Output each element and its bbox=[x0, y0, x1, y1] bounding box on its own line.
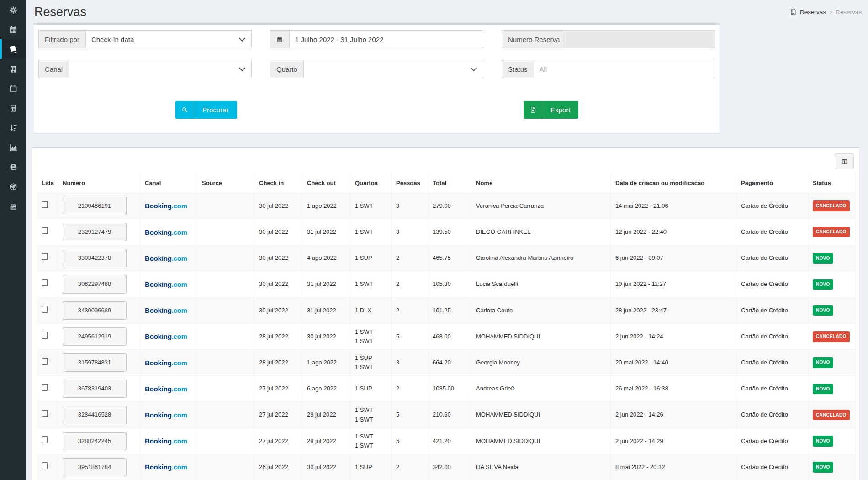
cell-total: 279.00 bbox=[428, 193, 471, 219]
table-row: 2100466191 Booking.com 30 jul 2022 1 ago… bbox=[37, 193, 856, 219]
status-input[interactable] bbox=[534, 60, 715, 78]
sidebar-item-reports[interactable] bbox=[0, 137, 26, 157]
cell-total: 105.30 bbox=[428, 271, 471, 297]
reservation-number-button[interactable]: 3951861784 bbox=[63, 458, 127, 476]
reservation-number-button[interactable]: 3303422378 bbox=[63, 249, 127, 267]
col-lida: Lida bbox=[37, 173, 58, 193]
filtrado-por-select[interactable]: Check-In data bbox=[86, 31, 251, 48]
quarto-select[interactable] bbox=[304, 60, 483, 78]
reservation-number-button[interactable]: 2495612919 bbox=[63, 327, 127, 346]
row-checkbox[interactable] bbox=[42, 306, 48, 313]
cell-source bbox=[197, 402, 254, 428]
content-header: Reservas Reservas > Reservas bbox=[26, 0, 868, 23]
cell-check-out: 31 jul 2022 bbox=[302, 219, 350, 245]
status-badge: NOVO bbox=[813, 436, 833, 447]
row-checkbox[interactable] bbox=[42, 462, 48, 469]
cell-check-in: 30 jul 2022 bbox=[254, 219, 302, 245]
row-checkbox[interactable] bbox=[42, 332, 48, 339]
svg-text:You: You bbox=[11, 202, 16, 206]
sidebar-item-calculator[interactable] bbox=[0, 98, 26, 118]
cell-total: 342.00 bbox=[428, 454, 471, 480]
cell-total: 664.20 bbox=[428, 349, 471, 375]
col-nome: Nome bbox=[471, 173, 611, 193]
cell-pagamento: Cartão de Crédito bbox=[736, 193, 808, 219]
status-badge: CANCELADO bbox=[813, 200, 850, 211]
reservations-table: Lida Numero Canal Source Check in Check … bbox=[37, 173, 856, 480]
cell-data-criacao: 8 mai 2022 - 20:12 bbox=[611, 454, 736, 480]
table-row: 3284416528 Booking.com 27 jul 2022 28 ju… bbox=[37, 402, 856, 428]
cell-quartos: 1 SWT1 SWT bbox=[350, 402, 392, 428]
reservation-number-button[interactable]: 3288242245 bbox=[63, 432, 127, 450]
row-checkbox[interactable] bbox=[42, 279, 48, 286]
sidebar-item-settings[interactable] bbox=[0, 0, 26, 20]
sidebar: You Tube bbox=[0, 0, 26, 480]
cell-check-out: 31 jul 2022 bbox=[302, 271, 350, 297]
reservation-number-button[interactable]: 2100466191 bbox=[63, 197, 127, 215]
cell-nome: Andreas Grieß bbox=[471, 376, 611, 402]
row-checkbox[interactable] bbox=[42, 410, 48, 417]
table-toolbar bbox=[37, 153, 854, 173]
cell-check-in: 28 jul 2022 bbox=[254, 349, 302, 375]
edge-icon bbox=[9, 163, 18, 172]
reservation-number-button[interactable]: 3062297468 bbox=[63, 275, 127, 293]
cell-check-out: 1 ago 2022 bbox=[302, 349, 350, 375]
numero-reserva-input[interactable] bbox=[566, 31, 715, 48]
col-check-out: Check out bbox=[302, 173, 350, 193]
booking-logo: Booking.com bbox=[145, 202, 187, 210]
booking-logo: Booking.com bbox=[145, 385, 187, 393]
date-range-input[interactable] bbox=[290, 31, 483, 48]
search-button[interactable]: Procurar bbox=[175, 101, 237, 119]
row-checkbox[interactable] bbox=[42, 436, 48, 443]
breadcrumb-root[interactable]: Reservas bbox=[800, 9, 826, 16]
sidebar-item-calendar-alt[interactable] bbox=[0, 79, 26, 98]
booking-logo: Booking.com bbox=[145, 254, 187, 262]
reservation-number-button[interactable]: 3430096689 bbox=[63, 301, 127, 320]
reservation-number-button[interactable]: 3678319403 bbox=[63, 380, 127, 398]
row-checkbox[interactable] bbox=[42, 253, 48, 260]
cell-source bbox=[197, 271, 254, 297]
status-badge: NOVO bbox=[813, 279, 833, 290]
cell-check-in: 30 jul 2022 bbox=[254, 297, 302, 323]
search-icon bbox=[175, 101, 194, 119]
col-numero: Numero bbox=[58, 173, 140, 193]
cell-pagamento: Cartão de Crédito bbox=[736, 402, 808, 428]
reservation-number-button[interactable]: 2329127479 bbox=[63, 223, 127, 241]
numero-reserva-label: Numero Reserva bbox=[502, 30, 566, 48]
sidebar-item-reservations[interactable] bbox=[0, 39, 26, 59]
sidebar-item-hotel[interactable] bbox=[0, 59, 26, 79]
row-checkbox[interactable] bbox=[42, 358, 48, 365]
calculator-icon bbox=[9, 104, 18, 113]
reservation-number-button[interactable]: 3159784831 bbox=[63, 353, 127, 372]
table-row: 3430096689 Booking.com 30 jul 2022 31 ju… bbox=[37, 297, 856, 323]
cell-data-criacao: 2 jun 2022 - 14:29 bbox=[611, 428, 736, 454]
row-checkbox[interactable] bbox=[42, 227, 48, 234]
row-checkbox[interactable] bbox=[42, 384, 48, 391]
cell-nome: Carolina Alexandra Martins Azinheiro bbox=[471, 245, 611, 271]
col-total: Total bbox=[428, 173, 471, 193]
reservation-number-button[interactable]: 3284416528 bbox=[63, 406, 127, 424]
cell-check-out: 1 ago 2022 bbox=[302, 193, 350, 219]
sidebar-item-youtube[interactable]: You Tube bbox=[0, 196, 26, 216]
table-header-row: Lida Numero Canal Source Check in Check … bbox=[37, 173, 856, 193]
toggle-columns-button[interactable] bbox=[835, 153, 854, 169]
cell-data-criacao: 10 jun 2022 - 11:27 bbox=[611, 271, 736, 297]
cell-quartos: 1 SWT1 SWT bbox=[350, 428, 392, 454]
cell-pagamento: Cartão de Crédito bbox=[736, 219, 808, 245]
cell-pessoas: 2 bbox=[392, 376, 428, 402]
row-checkbox[interactable] bbox=[42, 201, 48, 208]
cell-nome: Carlota Couto bbox=[471, 297, 611, 323]
svg-text:Tube: Tube bbox=[10, 206, 16, 209]
building-icon bbox=[790, 9, 797, 16]
sidebar-item-calendar[interactable] bbox=[0, 20, 26, 39]
status-badge: CANCELADO bbox=[813, 331, 850, 342]
export-button[interactable]: Export bbox=[524, 101, 578, 119]
booking-logo: Booking.com bbox=[145, 463, 187, 471]
sidebar-item-edge[interactable] bbox=[0, 157, 26, 177]
status-badge: NOVO bbox=[813, 462, 833, 473]
cell-quartos: 1 SWT bbox=[350, 193, 392, 219]
sidebar-item-sort[interactable] bbox=[0, 118, 26, 137]
cell-nome: DA SILVA Neida bbox=[471, 454, 611, 480]
canal-select[interactable] bbox=[69, 60, 251, 78]
date-range-addon bbox=[270, 30, 289, 48]
sidebar-item-chrome[interactable] bbox=[0, 177, 26, 196]
